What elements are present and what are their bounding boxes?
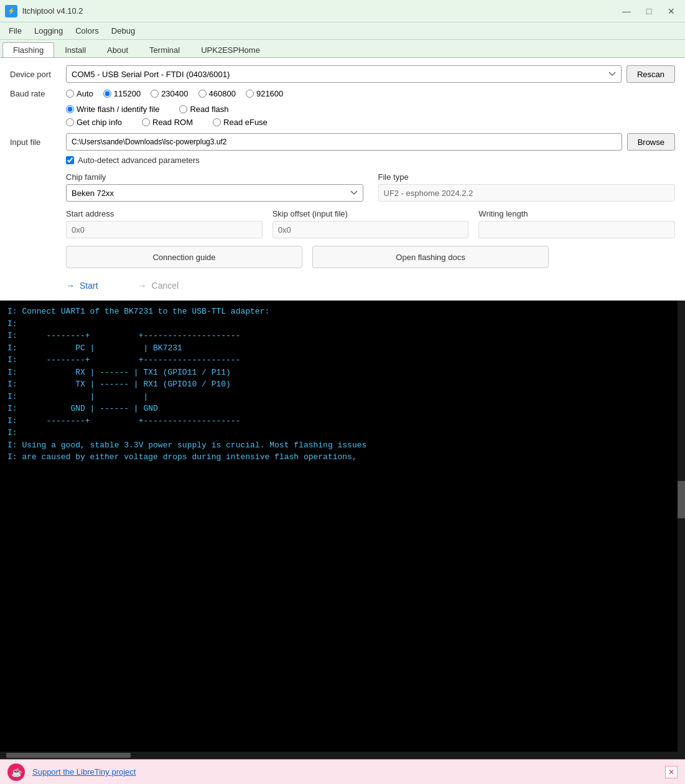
- skip-offset-group: Skip offset (input file): [273, 209, 469, 238]
- input-file-field[interactable]: [66, 133, 622, 151]
- menubar: File Logging Colors Debug: [0, 22, 685, 40]
- statusbar-close-button[interactable]: ✕: [665, 766, 678, 778]
- action-read[interactable]: Read flash: [179, 105, 228, 114]
- baud-460800[interactable]: 460800: [198, 89, 236, 98]
- action-chipinfo-radio[interactable]: [66, 118, 74, 126]
- horizontal-scrollbar-thumb[interactable]: [6, 753, 131, 758]
- menu-file[interactable]: File: [2, 25, 28, 37]
- baud-rate-row: Baud rate Auto 115200 230400 460800: [10, 89, 675, 98]
- browse-button[interactable]: Browse: [627, 133, 675, 151]
- writing-length-label: Writing length: [478, 209, 675, 218]
- action-rows: Write flash / identify file Read flash G…: [66, 105, 675, 127]
- baud-115200[interactable]: 115200: [103, 89, 141, 98]
- auto-detect-row: Auto-detect advanced parameters: [66, 156, 675, 165]
- cancel-button: → Cancel: [138, 278, 179, 293]
- baud-115200-label: 115200: [114, 89, 141, 98]
- start-cancel-row: → Start → Cancel: [66, 278, 675, 293]
- baud-460800-label: 460800: [209, 89, 236, 98]
- writing-length-field: [478, 221, 675, 238]
- menu-colors[interactable]: Colors: [69, 25, 105, 37]
- action-efuse-radio[interactable]: [213, 118, 221, 126]
- coffee-emoji: ☕: [11, 767, 22, 777]
- start-button[interactable]: → Start: [66, 278, 98, 293]
- connection-guide-button[interactable]: Connection guide: [66, 246, 302, 268]
- baud-rate-label: Baud rate: [10, 89, 66, 98]
- tab-terminal[interactable]: Terminal: [139, 42, 190, 57]
- start-address-label: Start address: [66, 209, 263, 218]
- chip-family-label: Chip family: [66, 172, 363, 182]
- baud-921600-label: 921600: [256, 89, 283, 98]
- action-rom[interactable]: Read ROM: [142, 118, 193, 127]
- auto-detect-text: Auto-detect advanced parameters: [78, 156, 200, 165]
- titlebar-title: ltchiptool v4.10.2: [22, 6, 618, 16]
- cancel-arrow: →: [138, 281, 147, 291]
- terminal-text: I: Connect UART1 of the BK7231 to the US…: [7, 306, 678, 464]
- window-controls: — □ ✕: [618, 5, 680, 17]
- baud-115200-radio[interactable]: [103, 90, 111, 98]
- baud-230400[interactable]: 230400: [151, 89, 188, 98]
- menu-logging[interactable]: Logging: [28, 25, 69, 37]
- baud-230400-radio[interactable]: [151, 90, 159, 98]
- coffee-icon: ☕: [7, 763, 25, 781]
- rescan-button[interactable]: Rescan: [627, 65, 675, 83]
- start-address-field: [66, 221, 263, 238]
- device-port-row: Device port COM5 - USB Serial Port - FTD…: [10, 65, 675, 83]
- horizontal-scrollbar[interactable]: [0, 752, 685, 759]
- action-chipinfo-label: Get chip info: [77, 118, 122, 127]
- start-arrow: →: [66, 281, 75, 291]
- action-row-2: Get chip info Read ROM Read eFuse: [66, 118, 675, 127]
- baud-921600[interactable]: 921600: [246, 89, 283, 98]
- skip-offset-label: Skip offset (input file): [273, 209, 469, 218]
- baud-options: Auto 115200 230400 460800 921600: [66, 89, 283, 98]
- baud-auto[interactable]: Auto: [66, 89, 93, 98]
- advanced-section: Chip family Beken 72xx File type Start a…: [66, 172, 675, 238]
- baud-921600-radio[interactable]: [246, 90, 254, 98]
- baud-auto-label: Auto: [77, 89, 93, 98]
- action-write-radio[interactable]: [66, 105, 74, 113]
- maximize-button[interactable]: □: [640, 5, 658, 17]
- tab-flashing[interactable]: Flashing: [2, 42, 54, 57]
- minimize-button[interactable]: —: [618, 5, 635, 17]
- terminal-scrollbar-thumb[interactable]: [678, 481, 685, 518]
- input-file-label: Input file: [10, 138, 66, 147]
- action-efuse[interactable]: Read eFuse: [213, 118, 268, 127]
- tabbar: Flashing Install About Terminal UPK2ESPH…: [0, 40, 685, 58]
- open-flashing-docs-button[interactable]: Open flashing docs: [312, 246, 549, 268]
- action-read-label: Read flash: [190, 105, 228, 114]
- chip-file-row: Chip family Beken 72xx File type: [66, 172, 675, 202]
- port-select[interactable]: COM5 - USB Serial Port - FTDI (0403/6001…: [66, 65, 622, 83]
- action-row-1: Write flash / identify file Read flash: [66, 105, 675, 114]
- tab-upk2esphome[interactable]: UPK2ESPHome: [190, 42, 271, 57]
- app-icon: ⚡: [5, 5, 17, 17]
- action-chipinfo[interactable]: Get chip info: [66, 118, 122, 127]
- device-port-label: Device port: [10, 70, 66, 79]
- action-rom-radio[interactable]: [142, 118, 150, 126]
- baud-460800-radio[interactable]: [198, 90, 207, 98]
- baud-230400-label: 230400: [161, 89, 188, 98]
- start-label: Start: [80, 281, 98, 291]
- file-type-label: File type: [378, 172, 676, 182]
- tab-install[interactable]: Install: [54, 42, 96, 57]
- menu-debug[interactable]: Debug: [105, 25, 141, 37]
- statusbar: ☕ Support the LibreTiny project ✕: [0, 759, 685, 784]
- terminal-scrollbar[interactable]: [678, 301, 685, 752]
- start-address-group: Start address: [66, 209, 263, 238]
- main-content: Device port COM5 - USB Serial Port - FTD…: [0, 58, 685, 759]
- close-button[interactable]: ✕: [663, 5, 680, 17]
- skip-offset-field: [273, 221, 469, 238]
- action-write[interactable]: Write flash / identify file: [66, 105, 159, 114]
- action-read-radio[interactable]: [179, 105, 187, 113]
- chip-family-select[interactable]: Beken 72xx: [66, 184, 363, 202]
- input-file-row: Input file Browse: [10, 133, 675, 151]
- support-link[interactable]: Support the LibreTiny project: [32, 767, 136, 777]
- auto-detect-checkbox[interactable]: [66, 156, 74, 164]
- titlebar: ⚡ ltchiptool v4.10.2 — □ ✕: [0, 0, 685, 22]
- tab-about[interactable]: About: [96, 42, 139, 57]
- writing-length-group: Writing length: [478, 209, 675, 238]
- action-buttons-row: Connection guide Open flashing docs: [66, 246, 675, 268]
- baud-auto-radio[interactable]: [66, 90, 74, 98]
- chip-family-group: Chip family Beken 72xx: [66, 172, 363, 202]
- auto-detect-label[interactable]: Auto-detect advanced parameters: [66, 156, 200, 165]
- terminal-area: I: Connect UART1 of the BK7231 to the US…: [0, 301, 685, 752]
- form-area: Device port COM5 - USB Serial Port - FTD…: [0, 58, 685, 301]
